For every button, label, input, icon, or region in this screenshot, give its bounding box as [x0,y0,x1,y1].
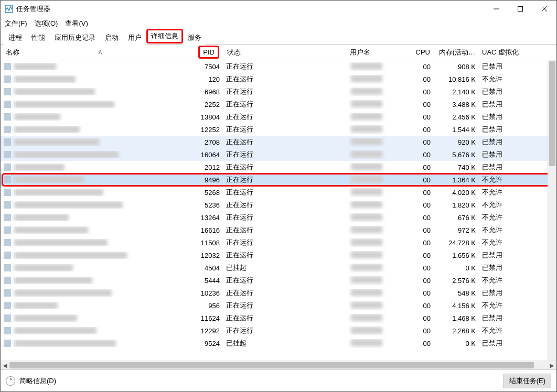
process-icon [4,277,11,284]
menu-file[interactable]: 文件(F) [5,19,27,28]
table-row[interactable]: 11624正在运行001,468 K已禁用 [1,312,556,324]
cell-status: 正在运行 [223,162,348,172]
table-row[interactable]: 11508正在运行0024,728 K不允许 [1,236,556,249]
cell-uac: 不允许 [479,238,542,247]
cell-name [1,289,189,297]
cell-status: 正在运行 [223,87,348,96]
tab-processes[interactable]: 进程 [4,30,27,45]
column-header-user[interactable]: 用户名 [348,45,408,60]
maximize-button[interactable] [508,1,532,17]
table-row[interactable]: 120正在运行0010,816 K不允许 [1,73,556,85]
username-redacted [351,314,382,321]
cell-cpu: 00 [408,138,434,146]
collapse-toggle[interactable]: ˄ [6,376,15,386]
cell-cpu: 00 [408,277,434,285]
cell-name [1,264,189,271]
table-row[interactable]: 16064正在运行005,676 K已禁用 [1,148,556,161]
table-row[interactable]: 5444正在运行002,576 K不允许 [1,274,556,287]
cell-uac: 不允许 [479,301,542,310]
table-row[interactable]: 13264正在运行00676 K不允许 [1,211,556,224]
column-label: 用户名 [350,48,370,57]
menu-options[interactable]: 选项(O) [35,19,58,28]
table-row[interactable]: 2012正在运行00740 K已禁用 [1,161,556,173]
cell-user [348,125,408,134]
scroll-thumb[interactable] [9,362,534,368]
column-header-name[interactable]: 名称 Ʌ [1,45,189,60]
cell-status: 正在运行 [223,288,348,298]
tab-services[interactable]: 服务 [183,30,206,45]
cell-pid: 11508 [189,239,223,247]
tab-users[interactable]: 用户 [123,30,146,45]
tab-details[interactable]: 详细信息 [146,29,183,43]
minimize-button[interactable] [484,1,508,17]
table-row[interactable]: 9524已挂起000 K已禁用 [1,337,556,350]
cell-cpu: 00 [408,340,434,347]
process-icon [4,314,11,322]
process-icon [4,201,11,209]
cell-pid: 5268 [189,189,223,197]
table-row[interactable]: 12292正在运行002,268 K不允许 [1,324,556,337]
cell-cpu: 00 [408,176,434,184]
end-task-button[interactable]: 结束任务(E) [504,374,551,388]
column-label: UAC 虚拟化 [482,48,519,57]
cell-memory: 676 K [434,214,479,222]
column-header-pid[interactable]: PID [189,45,223,60]
cell-status: 正在运行 [223,112,348,122]
scroll-track[interactable] [9,361,548,369]
window-controls [484,1,556,17]
cell-memory: 0 K [434,264,479,272]
table-row[interactable]: 13804正在运行002,456 K已禁用 [1,111,556,123]
vertical-scrollbar[interactable] [548,60,556,361]
scroll-thumb[interactable] [549,61,555,166]
tab-performance[interactable]: 性能 [27,30,50,45]
table-row[interactable]: 2708正在运行00920 K已禁用 [1,136,556,148]
cell-user [348,264,408,273]
cell-pid: 12032 [189,252,223,259]
table-row[interactable]: 9496正在运行001,364 K不允许 [1,173,556,186]
username-redacted [351,188,382,195]
table-row[interactable]: 10236正在运行00548 K已禁用 [1,287,556,299]
table-row[interactable]: 12252正在运行001,544 K已禁用 [1,123,556,136]
scroll-left-button[interactable]: ◄ [1,361,9,370]
table-row[interactable]: 4504已挂起000 K已禁用 [1,262,556,274]
cell-cpu: 00 [408,63,434,71]
sort-indicator-icon: Ʌ [99,50,102,55]
tab-app-history[interactable]: 应用历史记录 [50,30,100,45]
column-header-uac[interactable]: UAC 虚拟化 [479,45,542,60]
cell-status: 正在运行 [223,74,348,84]
cell-uac: 已禁用 [479,313,542,323]
column-header-memory[interactable]: 内存(活动… [434,45,479,60]
cell-uac: 已禁用 [479,62,542,71]
process-name-redacted [14,226,88,234]
table-row[interactable]: 16616正在运行00972 K不允许 [1,224,556,236]
cell-cpu: 00 [408,214,434,222]
column-header-status[interactable]: 状态 [223,45,348,60]
horizontal-scrollbar[interactable]: ◄ ► [1,361,556,369]
table-row[interactable]: 5268正在运行004,020 K不允许 [1,186,556,199]
tab-startup[interactable]: 启动 [100,30,123,45]
menu-view[interactable]: 查看(V) [65,19,88,28]
process-name-redacted [14,75,76,83]
username-redacted [351,163,382,170]
close-button[interactable] [532,1,556,17]
process-name-redacted [14,176,84,183]
cell-pid: 7504 [189,63,223,71]
username-redacted [351,226,382,233]
cell-status: 正在运行 [223,62,348,71]
task-manager-window: 任务管理器 文件(F) 选项(O) 查看(V) 进程 性能 应用历史记录 启动 … [0,0,557,392]
brief-info-label[interactable]: 简略信息(D) [19,376,56,386]
table-row[interactable]: 7504正在运行00908 K已禁用 [1,60,556,73]
table-row[interactable]: 956正在运行004,156 K不允许 [1,299,556,312]
scroll-right-button[interactable]: ► [548,361,556,370]
table-row[interactable]: 6968正在运行002,140 K已禁用 [1,85,556,98]
table-row[interactable]: 12032正在运行001,656 K已禁用 [1,249,556,262]
table-row[interactable]: 5236正在运行001,820 K不允许 [1,199,556,211]
chevron-up-icon: ˄ [9,378,12,384]
process-icon [4,340,11,347]
process-name-redacted [14,201,123,209]
process-icon [4,189,11,196]
menubar: 文件(F) 选项(O) 查看(V) [1,17,556,30]
column-header-cpu[interactable]: CPU [408,45,434,60]
table-row[interactable]: 2252正在运行003,488 K已禁用 [1,98,556,111]
footer: ˄ 简略信息(D) 结束任务(E) [1,369,556,391]
